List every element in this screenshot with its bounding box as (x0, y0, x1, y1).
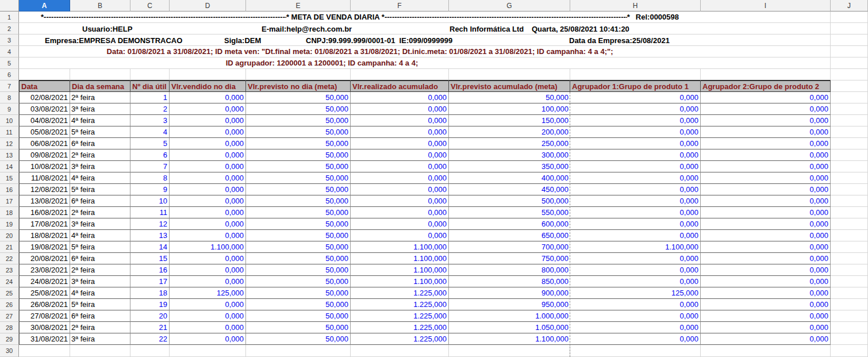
cell-C10[interactable]: 3 (130, 115, 170, 126)
table-header-B[interactable]: Dia da semana (70, 80, 130, 92)
column-header-H[interactable]: H (570, 0, 701, 11)
cell-C20[interactable]: 13 (130, 230, 170, 241)
row-header-5[interactable]: 5 (0, 57, 19, 69)
cell-H21[interactable]: 1.100,000 (570, 241, 701, 253)
cell-A20[interactable]: 18/08/2021 (19, 230, 70, 241)
cell-F21[interactable]: 1.100,000 (351, 241, 449, 253)
cell-E13[interactable]: 50,000 (246, 149, 351, 161)
cell-J-empty[interactable] (831, 276, 868, 287)
cell-A26[interactable]: 26/08/2021 (19, 299, 70, 310)
cell-A29[interactable]: 31/08/2021 (19, 333, 70, 345)
row-header-11[interactable]: 11 (0, 126, 19, 138)
cell-F12[interactable]: 0,000 (351, 138, 449, 149)
table-header-H[interactable]: Agrupador 1:Grupo de produto 1 (570, 80, 701, 92)
cell-A21[interactable]: 19/08/2021 (19, 241, 70, 253)
cell-C14[interactable]: 7 (130, 161, 170, 172)
cell-H13[interactable]: 0,000 (570, 149, 701, 161)
cell-A9[interactable]: 03/08/2021 (19, 103, 70, 115)
cell-E23[interactable]: 50,000 (246, 264, 351, 276)
cell-F9[interactable]: 0,000 (351, 103, 449, 115)
cell-H28[interactable]: 0,000 (570, 322, 701, 333)
table-header-E[interactable]: Vlr.previsto no dia (meta) (246, 80, 351, 92)
cell-B22[interactable]: 6ª feira (70, 253, 130, 264)
report-title-row[interactable]: *---------------------------------------… (19, 11, 701, 23)
cell-D19[interactable]: 0,000 (170, 218, 246, 230)
cell-H29[interactable]: 0,000 (570, 333, 701, 345)
cell-I27[interactable]: 0,000 (701, 310, 831, 322)
cell-C9[interactable]: 2 (130, 103, 170, 115)
cell-E25[interactable]: 50,000 (246, 287, 351, 299)
row-header-24[interactable]: 24 (0, 276, 19, 287)
cell-F26[interactable]: 1.225,000 (351, 299, 449, 310)
cell-B24[interactable]: 3ª feira (70, 276, 130, 287)
cell-D23[interactable]: 0,000 (170, 264, 246, 276)
cell-D8[interactable]: 0,000 (170, 92, 246, 103)
cell-A28[interactable]: 30/08/2021 (19, 322, 70, 333)
row-header-27[interactable]: 27 (0, 310, 19, 322)
cell-E-empty[interactable] (246, 69, 351, 80)
cell-C-empty[interactable] (130, 69, 170, 80)
cell-G18[interactable]: 550,000 (449, 207, 570, 218)
cell-C-empty[interactable] (130, 345, 170, 357)
cell-G9[interactable]: 100,000 (449, 103, 570, 115)
cell-H9[interactable]: 0,000 (570, 103, 701, 115)
cell-D13[interactable]: 0,000 (170, 149, 246, 161)
cell-J-empty[interactable] (831, 195, 868, 207)
cell-F10[interactable]: 0,000 (351, 115, 449, 126)
cell-F29[interactable]: 1.225,000 (351, 333, 449, 345)
row-header-20[interactable]: 20 (0, 230, 19, 241)
cell-F20[interactable]: 0,000 (351, 230, 449, 241)
cell-E22[interactable]: 50,000 (246, 253, 351, 264)
cell-H23[interactable]: 0,000 (570, 264, 701, 276)
cell-E18[interactable]: 50,000 (246, 207, 351, 218)
cell-B12[interactable]: 6ª feira (70, 138, 130, 149)
cell-B9[interactable]: 3ª feira (70, 103, 130, 115)
cell-J-empty[interactable] (831, 299, 868, 310)
cell-D20[interactable]: 0,000 (170, 230, 246, 241)
cell-E27[interactable]: 50,000 (246, 310, 351, 322)
column-header-C[interactable]: C (130, 0, 170, 11)
cell-B11[interactable]: 5ª feira (70, 126, 130, 138)
row-header-3[interactable]: 3 (0, 34, 19, 46)
table-header-D[interactable]: Vlr.vendido no dia (170, 80, 246, 92)
column-header-B[interactable]: B (70, 0, 130, 11)
cell-A10[interactable]: 04/08/2021 (19, 115, 70, 126)
cell-D-empty[interactable] (170, 345, 246, 357)
cell-H12[interactable]: 0,000 (570, 138, 701, 149)
cell-C15[interactable]: 8 (130, 172, 170, 184)
cell-D27[interactable]: 0,000 (170, 310, 246, 322)
cell-B26[interactable]: 5ª feira (70, 299, 130, 310)
cell-E20[interactable]: 50,000 (246, 230, 351, 241)
cell-C17[interactable]: 10 (130, 195, 170, 207)
cell-J-empty[interactable] (831, 103, 868, 115)
cell-E17[interactable]: 50,000 (246, 195, 351, 207)
cell-C22[interactable]: 15 (130, 253, 170, 264)
cell-A-empty[interactable] (19, 345, 70, 357)
cell-I18[interactable]: 0,000 (701, 207, 831, 218)
cell-B15[interactable]: 4ª feira (70, 172, 130, 184)
cell-H17[interactable]: 0,000 (570, 195, 701, 207)
cell-A14[interactable]: 10/08/2021 (19, 161, 70, 172)
cell-G-empty[interactable] (449, 345, 570, 357)
table-header-F[interactable]: Vlr.realizado acumulado (351, 80, 449, 92)
cell-I14[interactable]: 0,000 (701, 161, 831, 172)
row-header-12[interactable]: 12 (0, 138, 19, 149)
cell-J-empty[interactable] (831, 310, 868, 322)
cell-E9[interactable]: 50,000 (246, 103, 351, 115)
row-header-28[interactable]: 28 (0, 322, 19, 333)
cell-I11[interactable]: 0,000 (701, 126, 831, 138)
cell-G17[interactable]: 500,000 (449, 195, 570, 207)
cell-G23[interactable]: 800,000 (449, 264, 570, 276)
table-header-G[interactable]: Vlr.previsto acumulado (meta) (449, 80, 570, 92)
row-header-19[interactable]: 19 (0, 218, 19, 230)
cell-G25[interactable]: 900,000 (449, 287, 570, 299)
cell-J-empty[interactable] (831, 138, 868, 149)
row-header-10[interactable]: 10 (0, 115, 19, 126)
cell-A17[interactable]: 13/08/2021 (19, 195, 70, 207)
cell-F22[interactable]: 1.100,000 (351, 253, 449, 264)
row-header-26[interactable]: 26 (0, 299, 19, 310)
cell-G24[interactable]: 850,000 (449, 276, 570, 287)
column-header-I[interactable]: I (701, 0, 831, 11)
cell-G20[interactable]: 650,000 (449, 230, 570, 241)
cell-D14[interactable]: 0,000 (170, 161, 246, 172)
